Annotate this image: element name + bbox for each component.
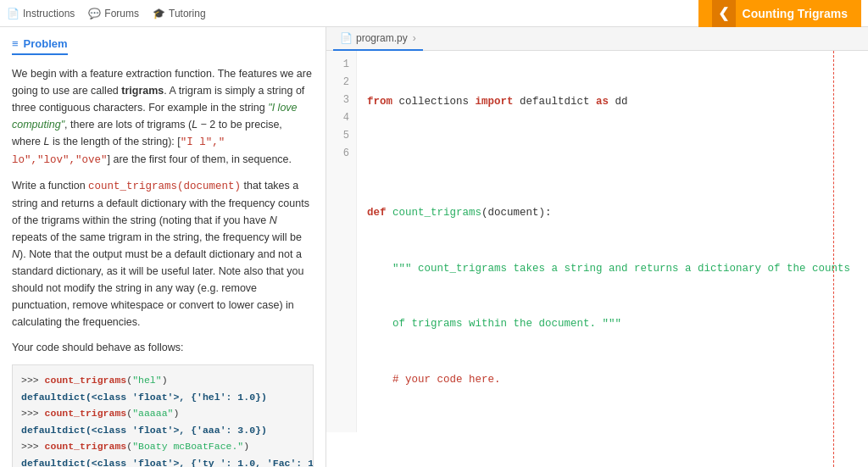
code-line-5: of trigrams within the document. """ bbox=[367, 315, 858, 334]
nav-tutoring-label: Tutoring bbox=[169, 8, 206, 19]
line-num-2: 2 bbox=[326, 74, 349, 92]
p1-suffix: , there are lots of trigrams ( bbox=[64, 119, 192, 131]
back-arrow[interactable]: ❮ bbox=[712, 0, 736, 27]
nav-instructions-label: Instructions bbox=[23, 8, 75, 19]
code-editor[interactable]: 1 2 3 4 5 6 from collections import defa… bbox=[326, 51, 868, 432]
p2-N2: N bbox=[12, 248, 19, 260]
p2-suffix: ). Note that the output must be a defaul… bbox=[12, 248, 303, 328]
file-icon: 📄 bbox=[340, 32, 353, 44]
tutor-icon: 🎓 bbox=[153, 8, 165, 19]
line-num-1: 1 bbox=[326, 56, 349, 74]
p3-label: Your code should behave as follows: bbox=[12, 339, 314, 356]
code-line-4: """ count_trigrams takes a string and re… bbox=[367, 260, 858, 279]
code-line-2 bbox=[367, 148, 858, 167]
line-num-5: 5 bbox=[326, 127, 349, 145]
code-editor-wrapper: 1 2 3 4 5 6 from collections import defa… bbox=[326, 51, 868, 467]
code-content: from collections import defaultdict as d… bbox=[357, 51, 868, 432]
line-num-6: 6 bbox=[326, 145, 349, 163]
right-panel: 📄 program.py › 1 2 3 4 5 6 from bbox=[326, 27, 868, 467]
p1-suffix4: ] are the first four of them, in sequenc… bbox=[108, 153, 292, 165]
file-tab-bar: 📄 program.py › bbox=[326, 27, 868, 51]
line-num-3: 3 bbox=[326, 92, 349, 109]
p2-N: N bbox=[270, 214, 277, 226]
top-nav: 📄 Instructions 💬 Forums 🎓 Tutoring ❮ Cou… bbox=[0, 0, 868, 27]
p2-mid2: repeats of the same trigram in the strin… bbox=[12, 231, 302, 243]
p1-suffix3: is the length of the string): [ bbox=[49, 136, 180, 147]
nav-instructions[interactable]: 📄 Instructions bbox=[7, 8, 75, 19]
line-num-4: 4 bbox=[326, 109, 349, 127]
code-line-3: def count_trigrams(document): bbox=[367, 204, 858, 223]
p2-prefix: Write a function bbox=[12, 180, 88, 192]
nav-forums-label: Forums bbox=[104, 8, 139, 19]
nav-tutoring[interactable]: 🎓 Tutoring bbox=[153, 8, 206, 19]
p2-fn: count_trigrams(document) bbox=[88, 181, 241, 192]
code-line-1: from collections import defaultdict as d… bbox=[367, 93, 858, 112]
problem-tab[interactable]: ≡ Problem bbox=[12, 37, 68, 55]
p1-trigram: trigrams bbox=[121, 85, 164, 97]
forum-icon: 💬 bbox=[88, 8, 101, 19]
problem-tab-icon: ≡ bbox=[12, 37, 19, 50]
file-tab-program[interactable]: 📄 program.py › bbox=[333, 27, 423, 51]
repl-block[interactable]: >>> count_trigrams("hel") defaultdict(<c… bbox=[12, 364, 314, 467]
line-numbers: 1 2 3 4 5 6 bbox=[326, 51, 357, 432]
file-tab-label: program.py bbox=[356, 32, 408, 44]
code-lines: 1 2 3 4 5 6 from collections import defa… bbox=[326, 51, 868, 432]
main-layout: ≡ Problem We begin with a feature extrac… bbox=[0, 27, 868, 467]
problem-tab-label: Problem bbox=[24, 37, 68, 50]
code-line-6: # your code here. bbox=[367, 371, 858, 390]
doc-icon: 📄 bbox=[7, 8, 19, 19]
problem-description: We begin with a feature extraction funct… bbox=[12, 65, 314, 356]
file-tab-arrow: › bbox=[413, 32, 416, 44]
nav-forums[interactable]: 💬 Forums bbox=[88, 8, 139, 19]
page-title: Counting Trigrams bbox=[743, 7, 848, 20]
page-title-bar: ❮ Counting Trigrams bbox=[698, 0, 861, 27]
left-panel: ≡ Problem We begin with a feature extrac… bbox=[0, 27, 326, 467]
